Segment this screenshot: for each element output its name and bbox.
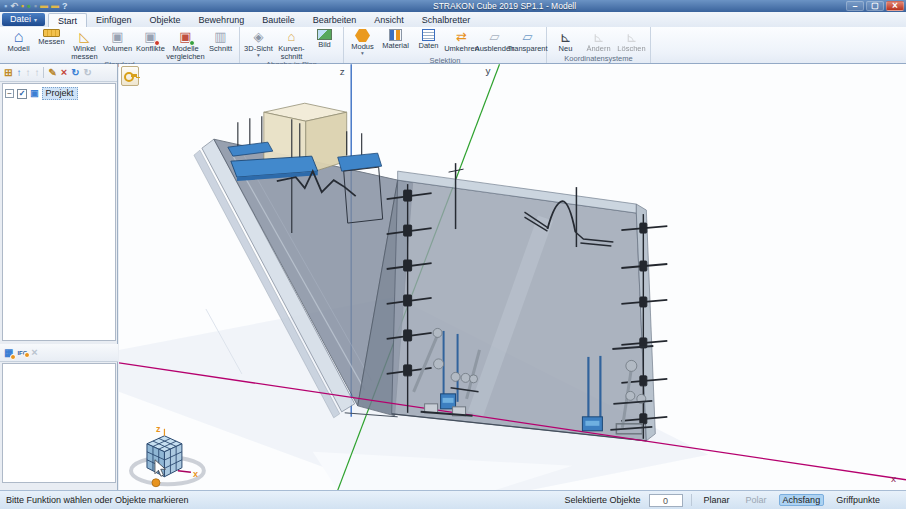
tree-item-label[interactable]: Projekt	[42, 87, 78, 100]
tab-bauteile[interactable]: Bauteile	[253, 13, 304, 27]
cube-alert-icon: ▣	[144, 29, 156, 44]
maximize-button[interactable]: ▢	[866, 1, 884, 11]
view-list-panel[interactable]	[2, 363, 116, 483]
project-tree[interactable]: − ✓ ▣ Projekt	[2, 83, 116, 341]
ribbon-tab-bar: Datei Start Einfügen Objekte Bewehrung B…	[0, 12, 906, 27]
ribbon: ⌂ Modell Messen ◺ Winkel messen ▣ Volume…	[0, 27, 906, 64]
tab-bewehrung[interactable]: Bewehrung	[190, 13, 254, 27]
modelle-vergleichen-button[interactable]: ▣ Modelle vergleichen	[167, 28, 204, 60]
bild-button[interactable]: Bild	[308, 28, 341, 49]
main-area: ⊞ ↑ ↑ ↑ ✎ × ↻ ↻ − ✓ ▣ Projekt	[0, 64, 906, 490]
toggle-planar[interactable]: Planar	[700, 494, 734, 506]
status-separator	[691, 494, 692, 506]
window-controls: – ▢ ×	[846, 0, 904, 12]
save-icon[interactable]: ▪	[4, 1, 7, 11]
structure-icon[interactable]: ⊞	[4, 68, 12, 78]
tab-bearbeiten[interactable]: Bearbeiten	[304, 13, 366, 27]
left-sidebar: ⊞ ↑ ↑ ↑ ✎ × ↻ ↻ − ✓ ▣ Projekt	[0, 64, 118, 490]
toggle-polar[interactable]: Polar	[742, 494, 771, 506]
swap-arrows-icon: ⇄	[456, 29, 467, 44]
check-icon[interactable]: •	[27, 1, 31, 11]
daten-button[interactable]: Daten	[412, 28, 445, 50]
project-tree-toolbar: ⊞ ↑ ↑ ↑ ✎ × ↻ ↻	[0, 64, 117, 82]
quick-access-toolbar: ▪ ↶ ▪ • ▪ ▬ ▬ ?	[0, 1, 120, 11]
x-axis-label: x	[891, 473, 896, 484]
aendern-koordinatensystem-button: ⊾ Ändern	[582, 28, 615, 53]
tree-row-projekt[interactable]: − ✓ ▣ Projekt	[3, 84, 115, 103]
viewport-pin-button[interactable]	[121, 66, 139, 86]
remove-icon: ×	[31, 347, 37, 358]
status-message: Bitte Funktion wählen oder Objekte marki…	[0, 495, 565, 505]
ruler-icon	[43, 29, 60, 37]
refresh-icon[interactable]: ↻	[71, 68, 79, 78]
cube-origin-ball	[152, 479, 160, 487]
volumen-button[interactable]: ▣ Volumen	[101, 28, 134, 53]
neu-koordinatensystem-button[interactable]: ⊾ Neu	[549, 28, 582, 53]
konflikte-button[interactable]: ▣ Konflikte	[134, 28, 167, 53]
minimize-button[interactable]: –	[846, 1, 864, 11]
delete-x-icon[interactable]: ×	[61, 67, 67, 78]
schnitt-button[interactable]: ▥ Schnitt	[204, 28, 237, 53]
move-up-icon[interactable]: ↑	[16, 68, 21, 78]
move-up-disabled-icon: ↑	[25, 68, 30, 78]
z-axis-label: z	[340, 66, 345, 77]
tab-schalbretter[interactable]: Schalbretter	[413, 13, 480, 27]
axes-icon: ⊾	[560, 29, 572, 44]
material-button[interactable]: Material	[379, 28, 412, 50]
ifc-icon[interactable]: IFC	[17, 350, 27, 356]
status-bar: Bitte Funktion wählen oder Objekte marki…	[0, 490, 906, 509]
ribbon-group-selektion: Modus Material Daten ⇄ Umkehren ▱ Ausble…	[344, 27, 547, 63]
tab-ansicht[interactable]: Ansicht	[365, 13, 413, 27]
ribbon-group-koordinatensysteme: ⊾ Neu ⊾ Ändern ⊾ Löschen Koordinatensyst…	[547, 27, 651, 63]
3d-sicht-button[interactable]: ◈ 3D-Sicht	[242, 28, 275, 58]
messen-button[interactable]: Messen	[35, 28, 68, 46]
wall-panel	[392, 171, 656, 441]
group-label-koordinatensysteme: Koordinatensysteme	[549, 54, 648, 63]
cube-x-label: x	[193, 469, 198, 479]
loeschen-koordinatensystem-button: ⊾ Löschen	[615, 28, 648, 53]
model-icon: ⌂	[14, 29, 24, 44]
selected-objects-label: Selektierte Objekte	[565, 495, 641, 505]
new-entry-icon[interactable]: ▦	[4, 348, 13, 358]
toggle-griffpunkte[interactable]: Griffpunkte	[832, 494, 884, 506]
folder-open-icon[interactable]: ▬	[51, 1, 59, 11]
modell-button[interactable]: ⌂ Modell	[2, 28, 35, 53]
umkehren-button[interactable]: ⇄ Umkehren	[445, 28, 478, 53]
modules-icon[interactable]: ▪	[21, 1, 24, 11]
protractor-icon: ◺	[80, 29, 90, 44]
tree-expander-icon[interactable]: −	[5, 89, 14, 98]
close-button[interactable]: ×	[886, 1, 904, 11]
toggle-achsfang[interactable]: Achsfang	[779, 494, 825, 506]
transparent-icon: ▱	[523, 29, 533, 44]
compare-icon: ▣	[179, 29, 191, 44]
section-icon: ▥	[214, 29, 226, 44]
layers-icon[interactable]: ▪	[34, 1, 37, 11]
undo-icon[interactable]: ↶	[10, 1, 18, 11]
axes-icon: ⊾	[593, 29, 605, 44]
tab-datei[interactable]: Datei	[2, 13, 45, 26]
transparent-button[interactable]: ▱ Transparent	[511, 28, 544, 53]
key-icon	[124, 71, 137, 81]
kurvenschnitt-button[interactable]: ⌂ Kurven-schnitt	[275, 28, 308, 60]
material-icon	[389, 29, 402, 41]
selected-objects-value: 0	[649, 494, 683, 507]
project-cube-icon: ▣	[30, 89, 39, 98]
tab-objekte[interactable]: Objekte	[141, 13, 190, 27]
image-icon	[317, 29, 332, 40]
tree-checkbox[interactable]: ✓	[17, 89, 27, 99]
pencil-icon[interactable]: ✎	[48, 68, 56, 78]
3d-viewport[interactable]: z y x	[119, 64, 906, 490]
tab-einfuegen[interactable]: Einfügen	[87, 13, 141, 27]
view-list-toolbar: ▦ IFC ×	[0, 344, 118, 362]
cube-icon: ▣	[111, 29, 123, 44]
help-icon[interactable]: ?	[62, 1, 68, 11]
tab-start[interactable]: Start	[48, 13, 87, 27]
winkel-messen-button[interactable]: ◺ Winkel messen	[68, 28, 101, 60]
ribbon-group-standard: ⌂ Modell Messen ◺ Winkel messen ▣ Volume…	[0, 27, 240, 63]
gear-icon: ↻	[84, 68, 92, 78]
toolbar-separator	[43, 67, 44, 78]
axes-icon: ⊾	[626, 29, 638, 44]
ausblenden-button[interactable]: ▱ Ausblenden	[478, 28, 511, 53]
folder-icon[interactable]: ▬	[40, 1, 48, 11]
modus-button[interactable]: Modus	[346, 28, 379, 56]
